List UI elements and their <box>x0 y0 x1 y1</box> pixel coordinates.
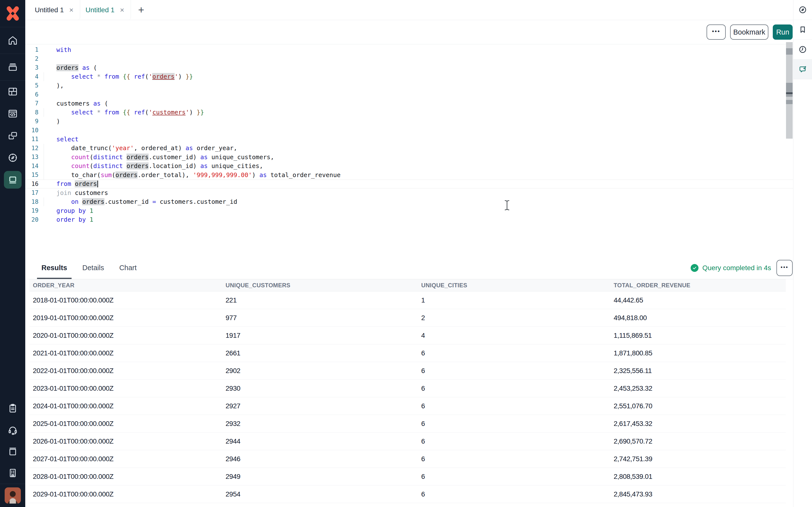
bookmark-button[interactable]: Bookmark <box>730 24 768 40</box>
line-number: 1 <box>25 46 44 53</box>
active-nav-highlight <box>4 171 21 188</box>
code-line-16[interactable]: 16from orders <box>25 179 793 188</box>
rail-item-explore[interactable] <box>793 0 812 20</box>
table-cell: 2,617,453.32 <box>614 420 786 428</box>
rail-item-bookmarks[interactable] <box>793 20 812 40</box>
table-cell: 2932 <box>225 420 421 428</box>
code-line-9[interactable]: 9) <box>25 117 793 126</box>
scrollbar-match-mark <box>786 83 793 97</box>
code-line-8[interactable]: 8 select * from {{ ref('customers') }} <box>25 108 793 117</box>
tab-chart[interactable]: Chart <box>119 257 137 279</box>
table-row[interactable]: 2019-01-01T00:00:00.000Z9772494,818.00 <box>30 309 786 327</box>
column-header[interactable]: UNIQUE_CITIES <box>421 282 614 289</box>
code-line-14[interactable]: 14 count(distinct orders.location_id) as… <box>25 162 793 171</box>
code-text: join customers <box>56 189 108 196</box>
table-cell: 977 <box>225 314 421 322</box>
table-cell: 494,818.00 <box>614 314 786 322</box>
table-row[interactable]: 2022-01-01T00:00:00.000Z290262,325,556.1… <box>30 362 786 380</box>
code-line-13[interactable]: 13 count(distinct orders.customer_id) as… <box>25 153 793 162</box>
sidebar-item-support[interactable] <box>0 419 25 441</box>
code-line-12[interactable]: 12 date_trunc('year', ordered_at) as ord… <box>25 144 793 153</box>
code-line-4[interactable]: 4 select * from {{ ref('orders') }} <box>25 72 793 81</box>
code-text: group by 1 <box>56 207 93 214</box>
sidebar-item-notebooks-active[interactable] <box>0 169 25 191</box>
code-line-6[interactable]: 6 <box>25 90 793 99</box>
table-cell: 221 <box>225 296 421 304</box>
table-row[interactable]: 2026-01-01T00:00:00.000Z294462,690,570.7… <box>30 433 786 450</box>
table-cell: 2021-01-01T00:00:00.000Z <box>33 349 225 357</box>
table-row[interactable]: 2021-01-01T00:00:00.000Z266161,871,800.8… <box>30 344 786 362</box>
sidebar-item-projects[interactable] <box>0 54 25 80</box>
sidebar-item-docs[interactable] <box>0 441 25 462</box>
rail-item-ai-chat[interactable] <box>793 59 812 79</box>
new-tab-button[interactable]: + <box>131 0 152 20</box>
sql-code-editor[interactable]: 1with23orders as (4 select * from {{ ref… <box>25 44 793 257</box>
close-tab-icon[interactable]: × <box>69 6 73 14</box>
user-avatar[interactable] <box>0 484 25 507</box>
code-line-11[interactable]: 11select <box>25 135 793 144</box>
app-logo[interactable] <box>0 0 25 27</box>
code-line-7[interactable]: 7customers as ( <box>25 99 793 108</box>
table-row[interactable]: 2027-01-01T00:00:00.000Z294662,742,751.3… <box>30 450 786 468</box>
table-row[interactable]: 2020-01-01T00:00:00.000Z191741,115,869.5… <box>30 327 786 344</box>
code-line-19[interactable]: 19group by 1 <box>25 206 793 215</box>
line-number: 18 <box>25 199 44 205</box>
table-cell: 2927 <box>225 402 421 410</box>
scrollbar-match-mark <box>786 100 793 104</box>
sidebar-item-explore[interactable] <box>0 147 25 169</box>
table-body: 2018-01-01T00:00:00.000Z221144,442.65201… <box>30 291 786 507</box>
column-header[interactable]: ORDER_YEAR <box>33 282 225 289</box>
code-line-17[interactable]: 17join customers <box>25 188 793 198</box>
table-cell: 2,551,076.70 <box>614 402 786 410</box>
results-more-button[interactable]: ••• <box>776 260 793 276</box>
code-line-10[interactable]: 10 <box>25 126 793 135</box>
table-row[interactable]: 2025-01-01T00:00:00.000Z293262,617,453.3… <box>30 415 786 433</box>
column-header[interactable]: TOTAL_ORDER_REVENUE <box>614 282 786 289</box>
editor-toolbar: ••• Bookmark Run <box>25 20 793 44</box>
code-line-18[interactable]: 18 on orders.customer_id = customers.cus… <box>25 198 793 207</box>
table-cell: 6 <box>421 402 614 410</box>
sidebar-item-collections[interactable] <box>0 80 25 103</box>
code-text: order by 1 <box>56 216 93 223</box>
line-number: 5 <box>25 82 44 89</box>
code-line-2[interactable]: 2 <box>25 54 793 63</box>
code-line-15[interactable]: 15 to_char(sum(orders.order_total), '999… <box>25 170 793 179</box>
table-row[interactable]: 2028-01-01T00:00:00.000Z294962,808,539.0… <box>30 468 786 486</box>
column-header[interactable]: UNIQUE_CUSTOMERS <box>225 282 421 289</box>
table-cell: 2,690,570.72 <box>614 438 786 445</box>
mouse-cursor-ibeam <box>504 200 510 212</box>
sidebar-item-organization[interactable] <box>0 462 25 484</box>
sidebar-item-home[interactable] <box>0 27 25 54</box>
table-cell: 6 <box>421 385 614 392</box>
rail-item-history[interactable] <box>793 40 812 59</box>
sidebar-item-changelog[interactable] <box>0 397 25 419</box>
tab-untitled-1-active[interactable]: Untitled 1 × <box>80 0 131 20</box>
code-line-3[interactable]: 3orders as ( <box>25 63 793 72</box>
tab-details[interactable]: Details <box>82 257 105 279</box>
close-tab-icon[interactable]: × <box>120 6 124 14</box>
tab-results[interactable]: Results <box>41 257 68 279</box>
table-row[interactable]: 2018-01-01T00:00:00.000Z221144,442.65 <box>30 291 786 309</box>
run-button[interactable]: Run <box>773 24 793 40</box>
code-line-1[interactable]: 1with <box>25 45 793 54</box>
table-row[interactable]: 2023-01-01T00:00:00.000Z293062,453,253.3… <box>30 380 786 397</box>
editor-scrollbar[interactable] <box>786 42 793 138</box>
line-number: 3 <box>25 64 44 71</box>
tab-untitled-1[interactable]: Untitled 1 × <box>30 0 80 20</box>
tab-label: Untitled 1 <box>86 6 114 14</box>
table-cell: 2930 <box>225 385 421 392</box>
table-row[interactable]: 2030-01-01T00:00:00.000Z287961,841,049.3… <box>30 503 786 507</box>
line-number: 15 <box>25 171 44 178</box>
home-icon <box>7 35 18 46</box>
compass-icon <box>798 5 807 14</box>
table-cell: 44,442.65 <box>614 296 786 304</box>
book-icon <box>7 446 18 457</box>
more-options-button[interactable]: ••• <box>707 24 726 40</box>
table-row[interactable]: 2024-01-01T00:00:00.000Z292762,551,076.7… <box>30 397 786 415</box>
table-row[interactable]: 2029-01-01T00:00:00.000Z295462,845,473.9… <box>30 486 786 503</box>
sidebar-item-app-builder[interactable] <box>0 103 25 125</box>
sidebar-item-components[interactable] <box>0 125 25 147</box>
code-line-5[interactable]: 5), <box>25 81 793 90</box>
tab-label: Untitled 1 <box>35 6 64 14</box>
code-line-20[interactable]: 20order by 1 <box>25 215 793 224</box>
